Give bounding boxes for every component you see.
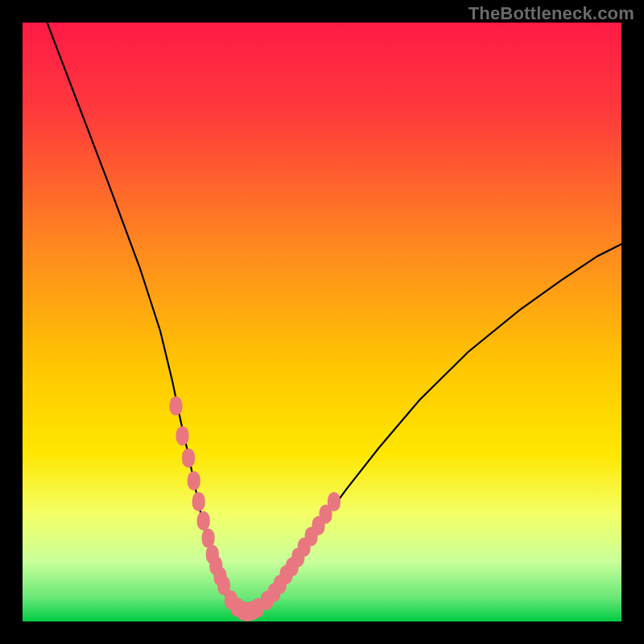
data-marker (170, 396, 183, 415)
data-marker (197, 511, 210, 530)
bottleneck-chart (0, 0, 644, 644)
watermark-text: TheBottleneck.com (469, 3, 634, 24)
data-marker (188, 471, 200, 490)
data-marker (182, 448, 195, 468)
chart-stage: TheBottleneck.com (0, 0, 644, 644)
data-marker (328, 492, 341, 511)
data-marker (192, 492, 205, 511)
data-marker (176, 426, 189, 445)
